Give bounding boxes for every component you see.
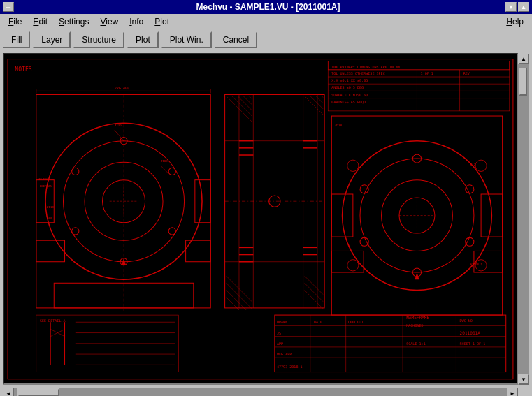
svg-text:Ø230: Ø230: [335, 124, 342, 127]
svg-line-120: [115, 130, 124, 140]
menu-view[interactable]: View: [94, 15, 124, 28]
svg-point-80: [475, 160, 487, 171]
svg-point-81: [347, 260, 359, 271]
menu-settings[interactable]: Settings: [53, 15, 94, 28]
scroll-track-v[interactable]: [518, 64, 529, 374]
drawing-canvas[interactable]: NOTES THE PRIMARY DIMENSIONS ARE IN mm T…: [3, 53, 518, 385]
svg-point-74: [360, 185, 368, 193]
svg-text:47793-2018-1: 47793-2018-1: [277, 365, 303, 369]
menu-bar: File Edit Settings View Info Plot Help: [0, 14, 532, 29]
svg-text:DEEP 25: DEEP 25: [40, 184, 52, 188]
svg-text:2011001A: 2011001A: [460, 330, 481, 335]
menu-info[interactable]: Info: [124, 15, 149, 28]
main-wrapper: NOTES THE PRIMARY DIMENSIONS ARE IN mm T…: [0, 50, 532, 396]
cancel-button[interactable]: Cancel: [215, 31, 257, 48]
fill-button[interactable]: Fill: [3, 31, 30, 48]
svg-text:DRAWN: DRAWN: [277, 320, 287, 324]
svg-text:JS: JS: [277, 331, 281, 335]
drawing-wrapper: NOTES THE PRIMARY DIMENSIONS ARE IN mm T…: [0, 50, 532, 388]
svg-text:HARDNESS AS REQD: HARDNESS AS REQD: [331, 100, 366, 104]
title-bar: ─ Mechvu - SAMPLE1.VU - [2011001A] ▼ ▲: [0, 0, 532, 14]
menu-help[interactable]: Help: [501, 15, 529, 28]
svg-line-132: [243, 96, 252, 105]
scroll-thumb-h[interactable]: [17, 388, 59, 396]
svg-point-31: [72, 168, 79, 175]
svg-point-70: [466, 185, 474, 193]
maximize-button[interactable]: ▲: [518, 2, 529, 12]
structure-button[interactable]: Structure: [73, 31, 124, 48]
svg-line-141: [322, 96, 323, 98]
svg-text:THE PRIMARY DIMENSIONS ARE IN : THE PRIMARY DIMENSIONS ARE IN mm: [331, 65, 400, 69]
menu-plot[interactable]: Plot: [149, 15, 175, 28]
svg-point-27: [168, 168, 175, 175]
svg-line-140: [316, 96, 323, 103]
svg-text:REV: REV: [463, 71, 470, 75]
window-title: Mechvu - SAMPLE1.VU - [2011001A]: [31, 2, 505, 12]
svg-line-139: [310, 96, 323, 109]
svg-text:VRG 400: VRG 400: [115, 86, 129, 90]
svg-line-143: [305, 283, 323, 301]
svg-text:NAMEFRAME: NAMEFRAME: [406, 315, 429, 320]
svg-text:MFG APP: MFG APP: [277, 352, 292, 356]
menu-edit[interactable]: Edit: [27, 15, 53, 28]
scroll-up-button[interactable]: ▲: [518, 53, 529, 64]
svg-text:ANGLES ±0.5 DEG: ANGLES ±0.5 DEG: [331, 85, 364, 89]
svg-point-71: [466, 237, 474, 246]
svg-line-131: [238, 96, 252, 110]
svg-text:DWG NO: DWG NO: [460, 318, 473, 323]
scroll-left-button[interactable]: ◄: [3, 388, 14, 396]
horizontal-scrollbar-row: ◄ ►: [3, 388, 529, 396]
svg-text:SHEET 1 OF 1: SHEET 1 OF 1: [460, 342, 486, 346]
window-controls: ▼ ▲: [505, 2, 529, 12]
svg-text:Ø180: Ø180: [161, 159, 168, 163]
svg-point-28: [168, 228, 175, 235]
svg-line-121: [161, 166, 168, 173]
svg-text:R12: R12: [470, 163, 476, 166]
svg-rect-33: [195, 180, 210, 223]
layer-button[interactable]: Layer: [33, 31, 71, 48]
svg-rect-34: [36, 240, 65, 262]
svg-text:DATE: DATE: [314, 320, 322, 324]
svg-point-79: [347, 160, 359, 171]
menu-file[interactable]: File: [3, 15, 27, 28]
vertical-scrollbar: ▲ ▼: [518, 53, 529, 385]
svg-text:CHECKED: CHECKED: [348, 320, 363, 324]
scroll-down-button[interactable]: ▼: [518, 374, 529, 385]
svg-line-144: [305, 290, 323, 308]
svg-text:Ø60: Ø60: [47, 217, 52, 220]
scroll-thumb-v[interactable]: [519, 68, 527, 96]
scroll-right-button[interactable]: ►: [507, 388, 518, 396]
svg-text:APP: APP: [277, 342, 283, 346]
svg-point-73: [360, 237, 368, 246]
svg-line-133: [249, 96, 252, 99]
svg-text:SEE DETAIL A: SEE DETAIL A: [40, 318, 66, 323]
svg-text:4X M12: 4X M12: [38, 177, 49, 181]
svg-line-138: [305, 96, 323, 115]
svg-text:MACHINED: MACHINED: [406, 323, 423, 328]
svg-text:SCALE 1:1: SCALE 1:1: [406, 342, 426, 346]
svg-line-142: [305, 276, 323, 294]
svg-text:X.X ±0.1 XX ±0.05: X.X ±0.1 XX ±0.05: [331, 78, 368, 82]
scroll-track-h[interactable]: [14, 388, 507, 396]
svg-text:Ø230: Ø230: [115, 124, 122, 127]
svg-text:6X Ø8.5: 6X Ø8.5: [470, 263, 483, 266]
svg-rect-78: [474, 251, 503, 272]
svg-line-130: [232, 96, 252, 117]
svg-text:SURFACE FINISH 63: SURFACE FINISH 63: [331, 93, 368, 97]
svg-text:Ø110: Ø110: [47, 205, 54, 209]
svg-point-30: [72, 228, 79, 235]
toolbar: Fill Layer Structure Plot Plot Win. Canc…: [0, 29, 532, 50]
minimize-button[interactable]: ▼: [505, 2, 517, 12]
plot-button[interactable]: Plot: [127, 31, 159, 48]
system-menu-button[interactable]: ─: [3, 2, 14, 12]
plot-win-button[interactable]: Plot Win.: [161, 31, 212, 48]
svg-rect-0: [8, 59, 513, 379]
svg-text:NOTES: NOTES: [15, 66, 32, 73]
cad-drawing: NOTES THE PRIMARY DIMENSIONS ARE IN mm T…: [4, 54, 517, 383]
svg-text:1 OF 1: 1 OF 1: [421, 71, 433, 75]
svg-text:TOL UNLESS OTHERWISE SPEC: TOL UNLESS OTHERWISE SPEC: [331, 71, 384, 75]
